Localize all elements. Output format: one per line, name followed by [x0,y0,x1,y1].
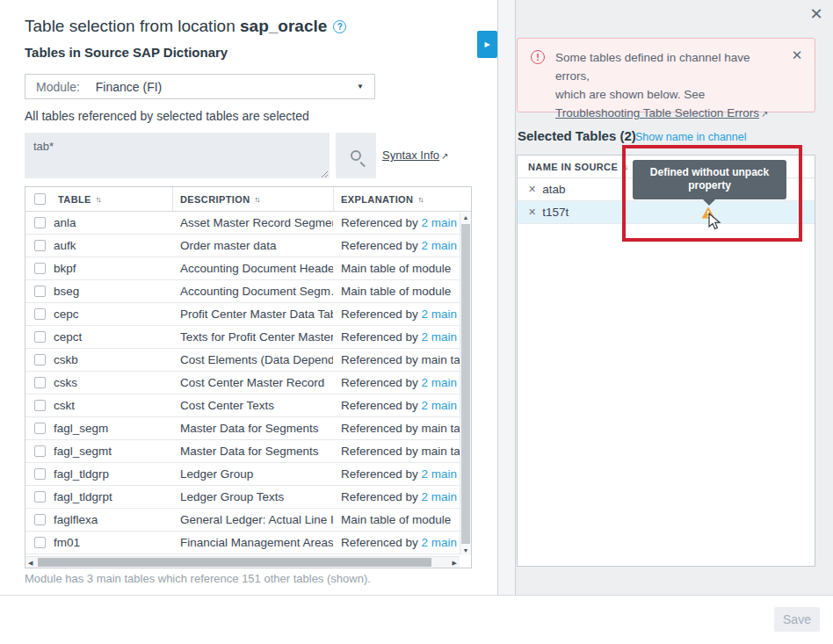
table-row[interactable]: faglflexa General Ledger: Actual Line I…… [25,509,471,532]
cell-explanation: Referenced by 2 main tables [333,399,471,412]
cell-table-name: cepct [25,330,172,344]
row-checkbox[interactable] [34,514,46,525]
table-row[interactable]: cepc Profit Center Master Data Table Ref… [25,303,471,326]
save-button[interactable]: Save [774,607,820,632]
table-row[interactable]: fagl_segm Master Data for Segments Refer… [25,417,471,440]
footer-divider [0,595,833,596]
troubleshooting-link[interactable]: Troubleshooting Table Selection Errors↗ [555,106,768,119]
row-checkbox[interactable] [34,308,46,320]
vertical-scrollbar[interactable]: ▲ ▼ [460,213,471,555]
expand-panel-button[interactable]: ▶ [477,31,497,58]
explanation-text: Main table of module [341,513,451,526]
cell-table-name: fagl_tldgrp [25,467,172,481]
table-row[interactable]: cskt Cost Center Texts Referenced by 2 m… [25,394,471,417]
row-checkbox[interactable] [34,263,46,274]
table-row[interactable]: cepct Texts for Profit Center Master… Re… [25,326,471,349]
cell-explanation: Referenced by 2 main tables [333,467,471,481]
table-row[interactable]: fm01 Financial Management Areas Referenc… [25,532,471,554]
row-checkbox[interactable] [34,331,46,343]
explanation-text: Main table of module [341,262,451,275]
table-row[interactable]: csks Cost Center Master Record Reference… [25,372,471,394]
cell-description: Cost Elements (Data Depend… [172,353,333,366]
row-checkbox[interactable] [34,286,46,297]
table-header-row: TABLE ↑↓ DESCRIPTION ↑↓ EXPLANATION ↑↓ [25,187,471,212]
cell-table-name: fm01 [25,536,172,549]
cell-explanation: Referenced by 2 main tables [333,330,471,344]
row-checkbox[interactable] [34,354,46,365]
col-description-label: DESCRIPTION [180,194,250,205]
scroll-right-icon[interactable]: ▶ [453,557,457,568]
explanation-text: Referenced by [341,216,422,229]
row-checkbox[interactable] [34,217,46,228]
cell-description: Accounting Document Header [172,262,333,275]
sort-icon[interactable]: ↑↓ [255,195,259,204]
row-checkbox[interactable] [34,468,46,480]
show-name-in-channel-link[interactable]: Show name in channel [635,131,746,143]
cell-explanation: Main table of module [333,262,471,275]
alert-close-button[interactable]: ✕ [788,47,806,64]
table-row[interactable]: fagl_tldgrpt Ledger Group Texts Referenc… [25,486,471,509]
play-right-icon: ▶ [484,40,489,48]
horizontal-scrollbar[interactable]: ◀ ▶ [25,556,460,568]
scroll-down-icon[interactable]: ▼ [460,547,471,554]
vertical-scroll-thumb[interactable] [461,224,470,544]
row-checkbox[interactable] [34,377,46,388]
remove-icon[interactable]: ✕ [528,184,536,195]
error-alert: ! Some tables defined in channel have er… [517,38,815,112]
row-checkbox[interactable] [34,445,46,457]
selected-table-name: t157t [542,206,569,219]
table-row[interactable]: bkpf Accounting Document Header Main tab… [25,257,471,280]
cell-table-name: fagl_tldgrpt [25,490,172,503]
cell-description: Cost Center Master Record [172,376,333,389]
row-checkbox[interactable] [34,423,46,434]
selected-tables-panel: ✕ ! Some tables defined in channel have … [497,0,833,595]
selected-tables-list: NAME IN SOURCE ↑↓ ✕ atab ✕ t157t [517,155,815,567]
cell-description: Financial Management Areas [172,536,333,549]
sort-icon[interactable]: ↑↓ [622,163,627,171]
table-name: fagl_tldgrp [54,467,109,481]
alert-line2: which are shown below. See [555,88,705,101]
error-circle-icon: ! [531,50,545,64]
table-row[interactable]: anla Asset Master Record Segment Referen… [25,212,471,235]
help-icon[interactable]: ? [333,20,346,33]
row-checkbox[interactable] [34,240,46,251]
table-row[interactable]: fagl_tldgrp Ledger Group Referenced by 2… [25,463,471,486]
row-checkbox[interactable] [34,491,46,503]
select-all-checkbox[interactable] [34,193,46,205]
scroll-up-icon[interactable]: ▲ [460,214,471,221]
cell-description: Cost Center Texts [172,399,333,412]
cell-description: Accounting Document Segm… [172,285,333,298]
explanation-text: Referenced by main table f [341,445,471,458]
sort-icon[interactable]: ↑↓ [417,195,422,204]
cell-description: Ledger Group Texts [172,490,333,503]
table-row[interactable]: aufk Order master data Referenced by 2 m… [25,235,471,257]
explanation-text: Referenced by [341,467,422,481]
horizontal-scroll-thumb[interactable] [38,558,431,567]
row-checkbox[interactable] [34,400,46,411]
close-icon: ✕ [809,5,822,23]
cell-explanation: Referenced by 2 main tables [333,239,471,252]
source-subtitle: Tables in Source SAP Dictionary [25,45,228,60]
explanation-text: Referenced by [341,536,422,549]
row-checkbox[interactable] [34,537,46,548]
table-search-input[interactable]: tab* [25,133,330,178]
cell-explanation: Main table of module [333,513,471,526]
panel-close-button[interactable]: ✕ [807,4,826,24]
panel-scrollbar-gutter[interactable] [497,0,516,595]
table-row[interactable]: cskb Cost Elements (Data Depend… Referen… [25,349,471,372]
table-body: anla Asset Master Record Segment Referen… [25,212,471,554]
module-dropdown[interactable]: Module: Finance (FI) ▼ [25,74,375,99]
scroll-left-icon[interactable]: ◀ [28,557,33,568]
search-button[interactable] [336,133,376,178]
warning-triangle-icon[interactable] [701,206,715,219]
sort-icon[interactable]: ↑↓ [96,195,100,204]
table-row[interactable]: fagl_segmt Master Data for Segments Refe… [25,440,471,463]
cell-description: Master Data for Segments [172,422,333,435]
syntax-info-link[interactable]: Syntax Info↗ [382,148,448,162]
header-cell-description: DESCRIPTION ↑↓ [172,187,333,211]
remove-icon[interactable]: ✕ [528,206,536,218]
selected-table-row[interactable]: ✕ t157t [518,201,815,224]
table-name: anla [54,216,76,229]
cell-description: Asset Master Record Segment [172,216,333,229]
table-row[interactable]: bseg Accounting Document Segm… Main tabl… [25,280,471,303]
